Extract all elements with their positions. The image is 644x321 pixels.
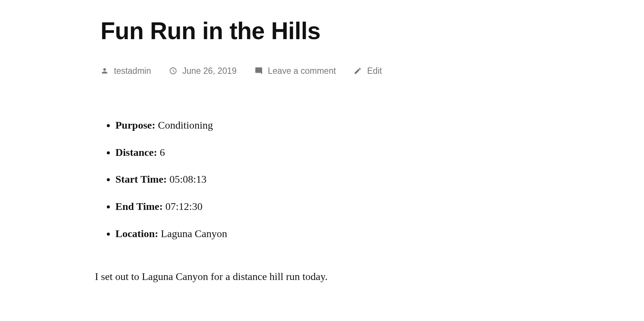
list-item: Distance: 6 (115, 144, 447, 161)
list-item: Start Time: 05:08:13 (115, 171, 447, 188)
post-meta-row: testadmin June 26, 2019 Leave a comment … (101, 66, 447, 76)
list-item: Location: Laguna Canyon (115, 226, 447, 242)
date-link[interactable]: June 26, 2019 (182, 66, 237, 76)
detail-label: Purpose: (115, 119, 155, 131)
comments-meta: Leave a comment (255, 66, 336, 76)
list-item: End Time: 07:12:30 (115, 198, 447, 215)
comment-icon (255, 67, 263, 75)
author-link[interactable]: testadmin (114, 66, 151, 76)
detail-value: 6 (160, 147, 165, 158)
leave-comment-link[interactable]: Leave a comment (268, 66, 336, 76)
edit-meta: Edit (354, 66, 382, 76)
detail-label: Location: (115, 228, 158, 239)
pencil-icon (354, 67, 362, 75)
clock-icon (169, 67, 177, 75)
detail-value: Conditioning (158, 119, 213, 131)
post-title: Fun Run in the Hills (101, 17, 447, 45)
edit-link[interactable]: Edit (367, 66, 382, 76)
list-item: Purpose: Conditioning (115, 117, 447, 134)
author-meta: testadmin (101, 66, 151, 76)
detail-label: Start Time: (115, 173, 167, 185)
detail-value: 05:08:13 (169, 173, 207, 185)
detail-value: 07:12:30 (165, 201, 203, 212)
post-content: Purpose: Conditioning Distance: 6 Start … (101, 117, 447, 285)
body-paragraph: I set out to Laguna Canyon for a distanc… (95, 268, 447, 285)
detail-label: End Time: (115, 201, 163, 212)
detail-value: Laguna Canyon (161, 228, 227, 239)
date-meta: June 26, 2019 (169, 66, 237, 76)
details-list: Purpose: Conditioning Distance: 6 Start … (101, 117, 447, 242)
detail-label: Distance: (115, 147, 157, 158)
person-icon (101, 67, 109, 75)
